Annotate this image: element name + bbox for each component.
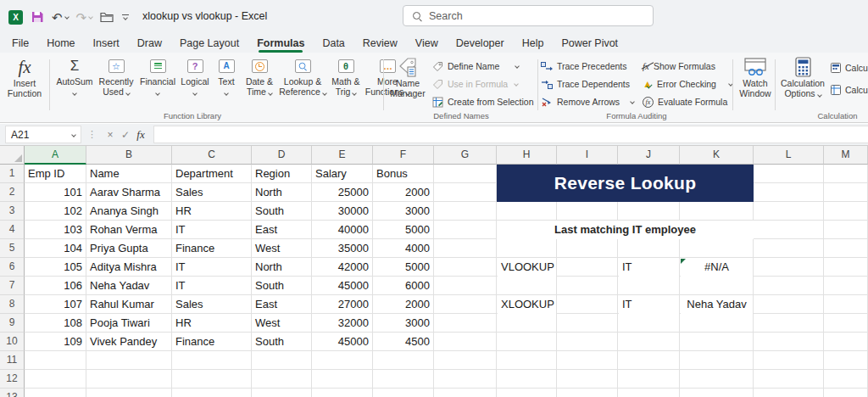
cell-M5[interactable] — [824, 239, 868, 258]
cell-H3[interactable] — [497, 202, 557, 221]
trace-dependents-button[interactable]: Trace Dependents — [541, 75, 634, 92]
row-header-11[interactable]: 11 — [0, 351, 25, 370]
undo-dropdown-icon[interactable] — [64, 14, 70, 20]
cell-M1[interactable] — [824, 165, 868, 183]
cell-A7[interactable]: 106 — [25, 277, 86, 295]
formula-input[interactable] — [153, 126, 868, 143]
text-button[interactable]: A Text — [212, 56, 241, 97]
cell-G3[interactable] — [434, 202, 497, 221]
remove-arrows-dropdown-icon[interactable] — [630, 99, 635, 104]
logical-button[interactable]: ? Logical — [178, 56, 212, 97]
cell-J7[interactable] — [618, 277, 680, 295]
cell-J5[interactable] — [618, 239, 680, 258]
cell-A1[interactable]: Emp ID — [25, 165, 86, 183]
cell-C1[interactable]: Department — [172, 165, 252, 183]
cell-D5[interactable]: West — [252, 239, 312, 258]
cell-H10[interactable] — [497, 333, 557, 351]
cell-D11[interactable] — [252, 351, 312, 370]
cell-B1[interactable]: Name — [86, 165, 172, 183]
cell-A2[interactable]: 101 — [25, 183, 86, 202]
cell-J13[interactable] — [618, 389, 680, 397]
cell-L6[interactable] — [754, 258, 824, 277]
cell-B10[interactable]: Vivek Pandey — [86, 333, 172, 351]
recently-used-dropdown-icon[interactable] — [125, 91, 131, 96]
date-time-dropdown-icon[interactable] — [268, 91, 273, 96]
cell-E10[interactable]: 45000 — [312, 333, 373, 351]
cell-I7[interactable] — [557, 277, 618, 295]
cell-H6-vlookup-label[interactable]: VLOOKUP — [498, 258, 556, 277]
cell-G13[interactable] — [434, 389, 497, 397]
cell-C7[interactable]: IT — [172, 277, 252, 295]
row-header-1[interactable]: 1 — [0, 165, 25, 183]
tab-help[interactable]: Help — [522, 37, 544, 49]
cell-M11[interactable] — [824, 351, 868, 370]
cell-D9[interactable]: West — [252, 314, 312, 333]
cell-I6[interactable] — [557, 258, 618, 277]
calculate-now-button[interactable]: Calculat — [831, 59, 868, 76]
tab-home[interactable]: Home — [47, 37, 75, 49]
cell-C6[interactable]: IT — [172, 258, 252, 277]
cell-E4[interactable]: 40000 — [312, 221, 373, 239]
cell-F8[interactable]: 2000 — [373, 295, 434, 314]
cell-E6[interactable]: 42000 — [312, 258, 373, 277]
row-header-8[interactable]: 8 — [0, 295, 25, 314]
cell-G4[interactable] — [434, 221, 497, 239]
column-header-J[interactable]: J — [618, 146, 680, 165]
cell-J6-lookup-value[interactable]: IT — [619, 258, 679, 277]
cell-M9[interactable] — [824, 314, 868, 333]
search-box[interactable]: Search — [403, 5, 654, 26]
cell-G12[interactable] — [434, 370, 497, 389]
cell-A13[interactable] — [25, 389, 86, 397]
date-time-button[interactable]: Date & Time — [241, 56, 278, 97]
cell-E5[interactable]: 35000 — [312, 239, 373, 258]
cell-C3[interactable]: HR — [172, 202, 252, 221]
cell-G11[interactable] — [434, 351, 497, 370]
cell-B6[interactable]: Aditya Mishra — [86, 258, 172, 277]
cell-L1[interactable] — [754, 165, 824, 183]
cell-C12[interactable] — [172, 370, 252, 389]
cell-F7[interactable]: 6000 — [373, 277, 434, 295]
row-header-3[interactable]: 3 — [0, 202, 25, 221]
cell-K6-vlookup-result[interactable]: #N/A — [681, 258, 753, 277]
cell-J11[interactable] — [618, 351, 680, 370]
autosum-button[interactable]: Σ AutoSum — [54, 56, 95, 97]
watch-window-button[interactable]: Watch Window — [736, 56, 775, 98]
cell-L8[interactable] — [754, 295, 824, 314]
logical-dropdown-icon[interactable] — [192, 91, 198, 96]
column-header-A[interactable]: A — [25, 146, 86, 165]
cell-I13[interactable] — [557, 389, 618, 397]
cell-E1[interactable]: Salary — [312, 165, 373, 183]
cell-M6[interactable] — [824, 258, 868, 277]
cell-E12[interactable] — [312, 370, 373, 389]
cell-K12[interactable] — [680, 370, 754, 389]
column-header-L[interactable]: L — [754, 146, 824, 165]
cancel-icon[interactable]: × — [103, 129, 118, 141]
cell-C9[interactable]: HR — [172, 314, 252, 333]
lookup-reference-dropdown-icon[interactable] — [322, 91, 327, 96]
cell-F2[interactable]: 2000 — [373, 183, 434, 202]
cell-E7[interactable]: 45000 — [312, 277, 373, 295]
cell-B13[interactable] — [86, 389, 172, 397]
cell-C13[interactable] — [172, 389, 252, 397]
calculation-options-dropdown-icon[interactable] — [817, 92, 822, 98]
cell-D10[interactable]: South — [252, 333, 312, 351]
cell-L10[interactable] — [754, 333, 824, 351]
autosum-dropdown-icon[interactable] — [72, 91, 77, 96]
cell-L13[interactable] — [754, 389, 824, 397]
cell-L2[interactable] — [754, 183, 824, 202]
cell-D3[interactable]: South — [252, 202, 312, 221]
cell-F6[interactable]: 5000 — [373, 258, 434, 277]
cell-F5[interactable]: 4000 — [373, 239, 434, 258]
cell-F3[interactable]: 3000 — [373, 202, 434, 221]
cell-M2[interactable] — [824, 183, 868, 202]
cell-H9[interactable] — [497, 314, 557, 333]
row-header-10[interactable]: 10 — [0, 333, 25, 351]
tab-data[interactable]: Data — [322, 37, 344, 49]
cell-B4[interactable]: Rohan Verma — [86, 221, 172, 239]
select-all-corner[interactable] — [0, 146, 25, 165]
calculate-sheet-button[interactable]: Calculat — [831, 81, 868, 98]
cell-A12[interactable] — [25, 370, 86, 389]
cell-J10[interactable] — [618, 333, 680, 351]
cell-A9[interactable]: 108 — [25, 314, 86, 333]
cell-I8[interactable] — [557, 295, 618, 314]
